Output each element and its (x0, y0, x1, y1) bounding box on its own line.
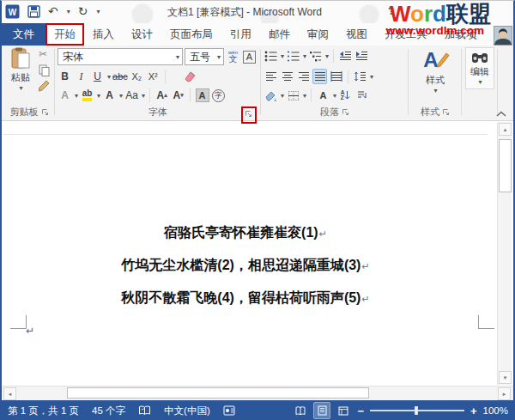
zoom-level[interactable]: 100% (483, 405, 508, 416)
increase-indent-icon[interactable] (354, 48, 369, 64)
character-border-icon[interactable]: A (242, 49, 257, 64)
align-left-icon[interactable] (264, 69, 278, 84)
font-color-dropdown-icon[interactable]: ▾ (119, 92, 123, 100)
asian-layout-dropdown-icon[interactable]: ▾ (333, 92, 336, 100)
character-shading-button[interactable]: A (195, 88, 209, 103)
italic-button[interactable]: I (74, 69, 88, 84)
underline-dropdown-icon[interactable]: ▾ (107, 73, 111, 81)
tab-review[interactable]: 审阅 (299, 23, 337, 46)
zoom-in-button[interactable]: + (470, 405, 477, 417)
page-indicator[interactable]: 第 1 页，共 1 页 (8, 405, 79, 417)
bullets-icon[interactable] (264, 48, 278, 64)
redo-icon[interactable]: ↻ (78, 3, 88, 19)
borders-icon[interactable] (286, 88, 300, 103)
decrease-indent-icon[interactable] (338, 48, 353, 64)
font-size-combo[interactable]: 五号 ▾ (185, 48, 224, 65)
chevron-down-icon: ▾ (176, 53, 179, 61)
tab-insert[interactable]: 插入 (84, 23, 123, 46)
macro-record-icon[interactable] (223, 405, 235, 416)
clipboard-dialog-launcher-icon[interactable] (41, 108, 49, 116)
word-count[interactable]: 45 个字 (92, 405, 125, 417)
document-area[interactable]: 宿骆氏亭寄怀崔雍崔衮(1)↵ 竹坞无尘水槛清(2)，相思迢递隔重城(3)↵ 秋阴… (2, 121, 513, 386)
bullets-dropdown-icon[interactable]: ▾ (281, 52, 284, 60)
tab-design[interactable]: 设计 (123, 23, 161, 46)
line-spacing-icon[interactable] (353, 69, 367, 84)
change-case-dropdown-icon[interactable]: ▾ (142, 92, 145, 100)
undo-dropdown-icon[interactable]: ▾ (67, 8, 70, 15)
subscript-button[interactable]: X₂ (130, 69, 144, 84)
horizontal-scrollbar[interactable]: ◂ ▸ (2, 386, 513, 400)
word-app-icon[interactable]: W (5, 4, 20, 19)
font-name-combo[interactable]: 宋体 ▾ (58, 48, 183, 65)
tab-mailings[interactable]: 邮件 (260, 23, 299, 46)
editing-dropdown-icon[interactable]: ▾ (467, 78, 494, 86)
save-icon[interactable] (27, 5, 40, 18)
asian-layout-button[interactable]: A (316, 88, 330, 103)
zoom-slider[interactable] (370, 410, 464, 411)
group-separator (260, 49, 261, 115)
numbering-dropdown-icon[interactable]: ▾ (303, 52, 306, 60)
tab-file[interactable]: 文件 (2, 23, 45, 46)
language-indicator[interactable]: 中文(中国) (164, 405, 210, 417)
show-hide-marks-icon[interactable] (354, 88, 369, 103)
text-effects-button[interactable]: A (58, 88, 72, 103)
underline-button[interactable]: U (90, 69, 105, 84)
numbering-icon[interactable] (286, 48, 300, 64)
distribute-icon[interactable] (329, 69, 343, 84)
grow-font-button[interactable]: A▴ (154, 88, 169, 103)
shading-icon[interactable] (264, 88, 278, 103)
format-painter-icon[interactable] (39, 80, 51, 92)
copy-icon[interactable] (39, 64, 50, 76)
font-color-button[interactable]: A (102, 88, 117, 103)
paragraph-dialog-launcher-icon[interactable] (342, 108, 349, 116)
scroll-left-icon[interactable]: ◂ (3, 387, 16, 400)
styles-button[interactable]: A 样式 ▾ (409, 47, 461, 94)
tab-references[interactable]: 引用 (221, 23, 260, 46)
bold-button[interactable]: B (58, 69, 72, 84)
qat-customize-icon[interactable]: ▾ (96, 8, 100, 15)
shading-dropdown-icon[interactable]: ▾ (281, 92, 284, 100)
justify-icon[interactable] (312, 69, 327, 84)
clear-formatting-icon[interactable] (184, 69, 198, 84)
change-case-button[interactable]: Aa (124, 88, 139, 103)
line-spacing-dropdown-icon[interactable]: ▾ (370, 73, 373, 81)
proofing-icon[interactable] (138, 405, 151, 416)
undo-icon[interactable]: ↶ (48, 3, 58, 19)
scroll-down-icon[interactable]: ▾ (499, 371, 512, 384)
text-effects-dropdown-icon[interactable]: ▾ (75, 92, 78, 100)
styles-dropdown-icon[interactable]: ▾ (410, 87, 461, 94)
strikethrough-button[interactable]: abc (112, 69, 128, 84)
print-layout-icon[interactable] (314, 403, 330, 418)
styles-dialog-launcher-icon[interactable] (442, 108, 450, 116)
sort-icon[interactable]: AZ (338, 88, 353, 103)
tab-view[interactable]: 视图 (337, 23, 376, 46)
phonetic-guide-icon[interactable]: wén 文 (226, 49, 240, 64)
tab-home[interactable]: 开始 (45, 23, 84, 46)
vertical-scrollbar-thumb[interactable] (499, 139, 512, 192)
read-mode-icon[interactable] (293, 403, 308, 418)
multilevel-dropdown-icon[interactable]: ▾ (325, 52, 329, 60)
enclose-characters-button[interactable]: 字 (211, 88, 226, 103)
vertical-scrollbar[interactable]: ▴ ▾ (497, 122, 512, 385)
cut-icon[interactable]: ✂ (39, 48, 47, 60)
zoom-out-button[interactable]: − (357, 405, 364, 417)
highlight-button[interactable]: ab (80, 88, 94, 103)
multilevel-list-icon[interactable] (308, 48, 323, 64)
editing-button[interactable]: 编辑 ▾ (465, 47, 494, 89)
zoom-slider-thumb[interactable] (415, 406, 418, 415)
web-layout-icon[interactable] (336, 403, 351, 418)
superscript-button[interactable]: X² (146, 69, 161, 84)
scroll-up-icon[interactable]: ▴ (499, 123, 512, 136)
highlight-dropdown-icon[interactable]: ▾ (97, 92, 100, 100)
font-dialog-launcher-icon[interactable] (245, 110, 253, 120)
borders-dropdown-icon[interactable]: ▾ (303, 92, 306, 100)
shrink-font-button[interactable]: A▾ (171, 88, 185, 103)
paste-button[interactable]: 粘贴 ▾ (7, 47, 34, 92)
align-center-icon[interactable] (280, 69, 294, 84)
collapse-ribbon-icon[interactable] (496, 111, 506, 117)
scroll-right-icon[interactable]: ▸ (498, 387, 511, 400)
paste-dropdown-icon[interactable]: ▾ (8, 84, 34, 92)
align-right-icon[interactable] (296, 69, 311, 84)
tab-page-layout[interactable]: 页面布局 (161, 23, 221, 46)
horizontal-scrollbar-thumb[interactable] (67, 387, 369, 399)
